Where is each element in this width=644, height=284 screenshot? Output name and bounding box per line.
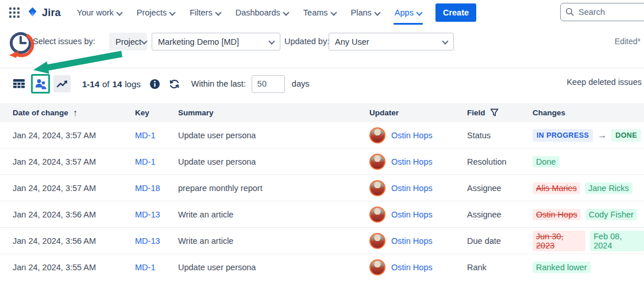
days-label: days [292,79,310,88]
view-toolbar: 1-14of14logs Within the last: days [0,72,644,95]
status-from-badge: IN PROGRESS [533,129,593,142]
chevron-down-icon [283,9,288,14]
transition-arrow-icon: → [597,130,607,141]
app-switcher-icon[interactable] [7,5,22,20]
nav-projects[interactable]: Projects [137,1,175,25]
added-value-chip: Cody Fisher [585,209,637,220]
updater-link[interactable]: Ostin Hops [391,236,433,246]
added-value-chip: Jane Ricks [585,182,633,194]
updater-link[interactable]: Ostin Hops [391,131,433,140]
chart-view-button[interactable] [53,75,71,92]
col-field: Field [467,108,533,117]
project-dropdown[interactable]: Marketing Demo [MD] [152,33,280,50]
jira-app-page: Jira Your work Projects Filters Dashboar… [0,0,644,284]
field-cell: Status [467,131,533,140]
field-cell: Assignee [467,210,533,219]
updater-link[interactable]: Ostin Hops [391,263,433,272]
col-summary: Summary [178,108,369,117]
updated-by-label: Updated by: [284,37,329,46]
issue-history-app-logo [7,30,34,60]
chevron-down-icon [331,9,336,14]
updater-link[interactable]: Ostin Hops [391,184,433,193]
table-row: Jan 24, 2024, 3:57 AM MD-1 Update user p… [0,149,644,175]
chevron-down-icon [215,9,221,14]
issue-key-link[interactable]: MD-1 [135,131,178,140]
changes-cell: Alis Maries Jane Ricks [533,182,644,194]
nav-plans[interactable]: Plans [351,1,380,25]
nav-filters[interactable]: Filters [190,1,220,25]
table-body: Jan 24, 2024, 3:57 AM MD-1 Update user p… [0,122,644,281]
search-input[interactable] [579,7,642,17]
chevron-down-icon [442,38,448,43]
section-divider [0,68,644,68]
issue-key-link[interactable]: MD-18 [135,184,178,193]
issue-key-link[interactable]: MD-1 [135,263,178,272]
filter-bar: Select issues by: Project Marketing Demo… [0,26,644,62]
table-row: Jan 24, 2024, 3:57 AM MD-18 prepare mont… [0,175,644,201]
summary-cell: Update user persona [178,157,369,166]
chevron-down-icon [375,9,380,14]
jira-logo[interactable]: Jira [26,6,61,19]
summary-cell: Write an article [178,210,369,219]
date-cell: Jan 24, 2024, 3:55 AM [13,263,135,272]
info-icon [149,79,160,90]
days-input[interactable] [252,75,285,93]
refresh-button[interactable] [167,76,182,91]
changes-cell: Ostin Hops Cody Fisher [533,209,644,220]
chevron-down-icon [417,9,422,14]
nav-teams[interactable]: Teams [303,1,336,25]
avatar [369,154,385,170]
keep-deleted-issues-label[interactable]: Keep deleted issues [566,77,642,87]
select-mode-dropdown[interactable]: Project [109,33,147,50]
changes-cell: Done [533,156,644,168]
chevron-down-icon [269,38,274,43]
people-view-button[interactable] [31,74,50,94]
changes-cell: Jun 30, 2023 Feb 08, 2024 [533,231,644,251]
global-search[interactable] [560,3,644,21]
field-cell: Assignee [467,184,533,193]
table-row: Jan 24, 2024, 3:57 AM MD-1 Update user p… [0,122,644,149]
select-issues-by-label: Select issues by: [33,37,95,46]
nav-your-work[interactable]: Your work [77,1,122,25]
table-row: Jan 24, 2024, 3:56 AM MD-13 Write an art… [0,228,644,254]
chevron-down-icon [117,9,122,14]
within-last-label: Within the last: [191,79,246,88]
brand-name: Jira [42,7,61,19]
updater-link[interactable]: Ostin Hops [391,210,433,219]
filter-funnel-icon[interactable] [490,108,499,117]
nav-apps[interactable]: Apps [395,1,422,25]
status-to-badge: DONE [611,129,641,142]
edited-status-label: Edited* [615,37,641,46]
create-button[interactable]: Create [435,3,476,22]
summary-cell: prepare monthly report [178,184,369,193]
added-value-chip: Feb 08, 2024 [590,231,644,251]
field-cell: Resolution [467,157,533,166]
issue-key-link[interactable]: MD-1 [135,157,178,166]
issue-key-link[interactable]: MD-13 [135,236,178,246]
avatar [369,233,385,249]
changes-cell: IN PROGRESS → DONE [533,129,644,142]
sort-ascending-icon[interactable]: ↑ [73,108,78,118]
chevron-down-icon [169,9,175,14]
col-updater: Updater [369,108,467,117]
summary-cell: Update user persona [178,131,369,140]
col-date: Date of change↑ [13,108,135,118]
field-cell: Rank [467,263,533,272]
chart-view-icon [55,77,69,91]
issue-key-link[interactable]: MD-13 [135,210,178,219]
top-navigation: Jira Your work Projects Filters Dashboar… [0,0,644,25]
updater-link[interactable]: Ostin Hops [391,157,433,166]
search-icon [565,7,574,17]
table-row: Jan 24, 2024, 3:55 AM MD-1 Update user p… [0,254,644,281]
table-view-icon [12,77,26,91]
date-cell: Jan 24, 2024, 3:57 AM [13,157,135,166]
col-key: Key [135,108,178,117]
table-view-button[interactable] [10,75,28,92]
date-cell: Jan 24, 2024, 3:56 AM [13,210,135,219]
info-button[interactable] [148,76,163,91]
nav-dashboards[interactable]: Dashboards [236,1,288,25]
updated-by-dropdown[interactable]: Any User [329,33,454,50]
table-header: Date of change↑ Key Summary Updater Fiel… [0,103,644,122]
refresh-icon [168,78,180,90]
summary-cell: Update user persona [178,263,369,272]
